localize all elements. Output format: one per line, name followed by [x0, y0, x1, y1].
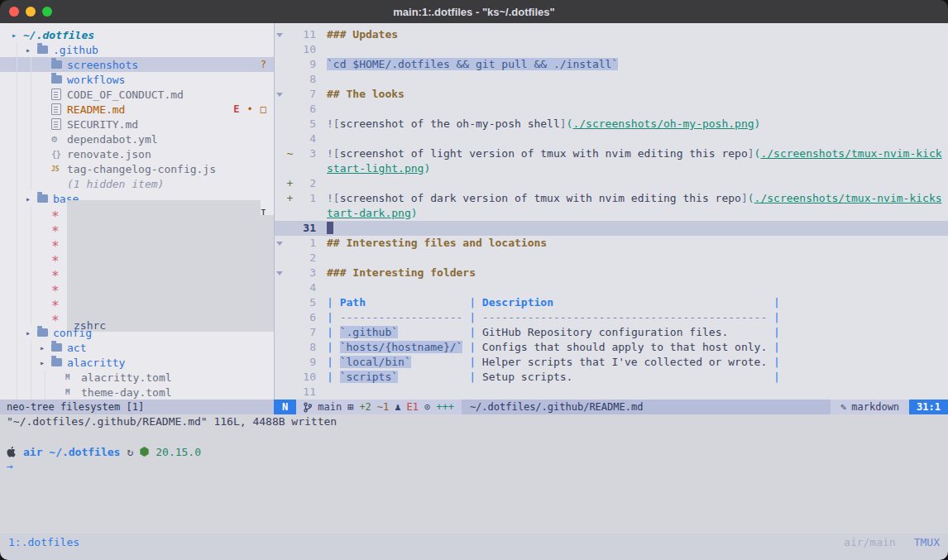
star-icon: [51, 236, 67, 251]
tree-item-label: alacritty: [67, 357, 125, 369]
editor-line[interactable]: +1![screenshot of dark version of tmux w…: [275, 191, 948, 221]
tree-item-act[interactable]: ▸act: [0, 340, 274, 355]
zoom-button[interactable]: [42, 7, 52, 17]
tree-item-tag-changelog-config-js[interactable]: tag-changelog-config.js: [0, 161, 274, 176]
line-text: | ------------------- | ----------------…: [327, 310, 948, 325]
editor-line[interactable]: 3### Interesting folders: [275, 266, 948, 280]
tree-item-github[interactable]: ▸.github: [0, 42, 274, 57]
line-number: 8: [294, 72, 316, 87]
text-segment: ]: [748, 147, 754, 160]
text-segment: |: [327, 311, 340, 323]
expand-arrow-icon[interactable]: ▸: [26, 328, 37, 337]
shell-pane[interactable]: air ~/.dotfiles ↻ 20.15.0 →: [0, 429, 948, 534]
expand-arrow-icon[interactable]: ▸: [40, 343, 51, 352]
tree-item-workflows[interactable]: workflows: [0, 72, 274, 87]
tree-item-renovate-json[interactable]: renovate.json: [0, 146, 274, 161]
tmux-window-tab[interactable]: 1:.dotfiles: [8, 536, 79, 548]
tree-item-theme-day-toml[interactable]: theme-day.toml: [0, 385, 274, 400]
diff-added: +2: [359, 400, 371, 414]
sign-column: [285, 310, 294, 325]
editor-line[interactable]: 8| `hosts/{hostname}/` | Configs that sh…: [275, 340, 948, 355]
fold-arrow-icon[interactable]: [275, 27, 285, 42]
editor-line[interactable]: 11### Updates: [275, 27, 948, 42]
filetype-section: ✎ markdown: [831, 400, 909, 414]
tree-item-alacritty-toml[interactable]: alacritty.toml: [0, 370, 274, 385]
editor-line[interactable]: 1## Interesting files and locations: [275, 236, 948, 251]
editor-line[interactable]: 10: [275, 42, 948, 57]
line-number: 9: [294, 355, 316, 370]
star-icon: [51, 221, 67, 237]
expand-arrow-icon[interactable]: ▸: [12, 31, 23, 40]
line-text: ![screenshot of light version of tmux wi…: [327, 146, 948, 176]
editor-line[interactable]: 8: [275, 72, 948, 87]
editor-line[interactable]: 9`cd $HOME/.dotfiles && git pull && ./in…: [275, 57, 948, 72]
sign-column: [285, 57, 294, 72]
editor-line[interactable]: 10| `scripts` | Setup scripts. |: [275, 370, 948, 385]
sign-column: [285, 117, 294, 132]
line-number: 31: [294, 221, 316, 236]
text-segment: ![: [327, 192, 340, 204]
tree-item-label: alacritty.toml: [81, 371, 172, 384]
editor-buffer[interactable]: 11### Updates109`cd $HOME/.dotfiles && g…: [274, 23, 948, 400]
text-segment: |: [767, 311, 780, 323]
sign-column: [285, 236, 294, 251]
folder-icon: [51, 358, 67, 366]
editor-line[interactable]: 6: [275, 102, 948, 117]
tree-item-alacritty[interactable]: ▸alacritty: [0, 355, 274, 370]
indent-guide: [12, 57, 40, 72]
sign-column: [285, 72, 294, 87]
tree-item-readme-md[interactable]: README.mdE•□: [0, 102, 274, 117]
line-number: 7: [294, 325, 316, 340]
indent-guide: [12, 72, 40, 87]
minimize-button[interactable]: [26, 7, 36, 17]
fold-arrow-icon[interactable]: [275, 266, 285, 280]
window-controls: [9, 7, 52, 17]
tree-item-dotfiles[interactable]: ▸~/.dotfiles: [0, 27, 274, 42]
expand-arrow-icon[interactable]: ▸: [40, 358, 51, 367]
tree-item-label: README.md: [67, 103, 125, 116]
fold-arrow-icon[interactable]: [275, 236, 285, 251]
sign-column: [285, 132, 294, 146]
js-icon: [51, 165, 67, 173]
tree-item-dependabot-yml[interactable]: dependabot.yml: [0, 132, 274, 146]
diff-modified: ~1: [377, 400, 389, 414]
fold-column: [275, 117, 285, 132]
editor-line[interactable]: 6| ------------------- | ---------------…: [275, 310, 948, 325]
status-badge: E: [233, 103, 239, 115]
editor-line[interactable]: 4: [275, 132, 948, 146]
editor-line[interactable]: 5![screenshot of the oh-my-posh shell](.…: [275, 117, 948, 132]
editor-line[interactable]: +2: [275, 176, 948, 191]
prompt-char[interactable]: →: [7, 459, 941, 474]
diagnostics-icon: ♟: [395, 400, 400, 414]
tree-item-1-hidden-item[interactable]: (1 hidden item): [0, 176, 274, 191]
sign-column: [285, 295, 294, 310]
line-text: | Path | Description |: [327, 295, 948, 310]
bottom-padding: [0, 550, 948, 560]
close-button[interactable]: [9, 7, 19, 17]
expand-arrow-icon[interactable]: ▸: [26, 194, 37, 203]
line-text: | `local/bin` | Helper scripts that I've…: [327, 355, 948, 370]
indent-guide: [12, 117, 40, 132]
indent-guide: [12, 340, 40, 355]
tree-item-screenshots[interactable]: screenshots?: [0, 57, 274, 72]
expand-arrow-icon[interactable]: ▸: [26, 45, 37, 55]
tree-item-zshrc[interactable]: zshrc: [0, 310, 274, 325]
neotree-statusline: neo-tree filesystem [1]: [0, 400, 274, 414]
tree-item-security-md[interactable]: SECURITY.md: [0, 117, 274, 132]
editor-line[interactable]: 11: [275, 385, 948, 400]
m-icon: [65, 373, 81, 381]
tree-item-code-of-conduct-md[interactable]: CODE_OF_CONDUCT.md: [0, 87, 274, 102]
folder-icon: [37, 194, 53, 203]
editor-line[interactable]: 4: [275, 280, 948, 295]
status-badge: •: [247, 103, 253, 115]
fold-arrow-icon[interactable]: [275, 87, 285, 102]
editor-line[interactable]: 7## The looks: [275, 87, 948, 102]
editor-line[interactable]: ~3![screenshot of light version of tmux …: [275, 146, 948, 176]
editor-line[interactable]: 5| Path | Description |: [275, 295, 948, 310]
tree-item-label: zshrc: [67, 304, 274, 332]
editor-line[interactable]: 2: [275, 251, 948, 266]
editor-line[interactable]: 9| `local/bin` | Helper scripts that I'v…: [275, 355, 948, 370]
editor-line[interactable]: 31: [275, 221, 948, 236]
mode-indicator: N: [274, 400, 296, 414]
editor-line[interactable]: 7| `.github` | GitHub Repository configu…: [275, 325, 948, 340]
